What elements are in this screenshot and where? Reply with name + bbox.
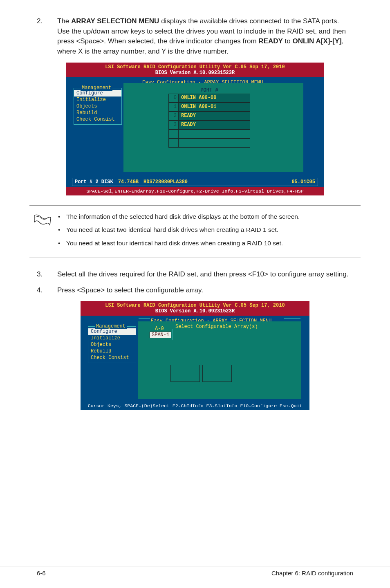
step2-mid2: to [283, 37, 293, 45]
small-boxes [170, 365, 232, 382]
raid1-title-main: LSI Software RAID Configuration Utility … [105, 64, 285, 70]
raid1-infobar: Port # 2 DISK 74.74GB HDS728080PLA380 05… [66, 175, 324, 187]
step-3-number: 3. [37, 269, 57, 280]
mgmt2-item-rebuild: Rebuild [88, 348, 136, 355]
dash2-left [139, 318, 150, 319]
port-val-0: ONLIN A00-00 [179, 94, 250, 102]
span-value: SPAN-1 [150, 332, 171, 338]
mgmt-menu-2: Management Configure Initialize Objects … [88, 326, 136, 363]
port-row-2: 2READY [168, 112, 250, 121]
step2-b2: READY [258, 37, 283, 45]
raid2-body: Easy Configuration - ARRAY SELECTION MEN… [81, 316, 309, 402]
raid1-hints: SPACE-Sel,ENTER-EndArray,F10-Configure,F… [66, 187, 324, 195]
mgmt-item-rebuild: Rebuild [74, 110, 121, 116]
raid1-body: Easy Configuration - ARRAY SELECTION MEN… [66, 77, 324, 175]
step-2-number: 2. [37, 16, 57, 57]
port-row-5 [168, 139, 250, 148]
info-port: Port # 2 DISK [75, 179, 113, 185]
mgmt-label-2: Management [95, 323, 127, 329]
port-idx-1: 1 [169, 103, 179, 111]
port-row-0: 0ONLIN A00-00 [168, 94, 250, 103]
footer-chapter: Chapter 6: RAID configuration [271, 570, 353, 577]
port-idx-4 [169, 130, 179, 138]
step2-b1: ARRAY SELECTION MENU [71, 17, 159, 25]
port-idx-5 [169, 139, 179, 147]
small-box-1 [170, 365, 200, 382]
mgmt2-item-initialize: Initialize [88, 335, 136, 341]
raid2-title: LSI Software RAID Configuration Utility … [81, 301, 309, 316]
step-2: 2. The ARRAY SELECTION MENU displays the… [37, 16, 353, 57]
info-size: 74.74GB [118, 179, 139, 185]
step-4-text: Press <Space> to select the configurable… [57, 285, 353, 296]
port-val-3: READY [179, 121, 250, 129]
span-a-label: A-0 [154, 326, 165, 332]
step-4: 4. Press <Space> to select the configura… [37, 285, 353, 296]
mgmt-item-initialize: Initialize [74, 97, 121, 103]
span-box: A-0 SPAN-1 [147, 329, 173, 340]
raid-screenshot-1: LSI Software RAID Configuration Utility … [66, 63, 324, 195]
port-idx-2: 2 [169, 112, 179, 120]
port-row-4 [168, 130, 250, 139]
mgmt-item-objects: Objects [74, 103, 121, 110]
mgmt2-item-configure: Configure [88, 328, 136, 335]
dash-right [281, 80, 299, 80]
port-val-2: READY [179, 112, 250, 120]
mgmt-item-checkconsist: Check Consist [74, 116, 121, 123]
dash2-right [284, 318, 300, 319]
note-1: The information of the selected hard dis… [56, 212, 361, 221]
raid1-title-sub: BIOS Version A.10.09231523R [155, 70, 235, 76]
mgmt-item-configure: Configure [74, 90, 121, 97]
note-block: The information of the selected hard dis… [29, 205, 361, 258]
note-2: You need at least two identical hard dis… [56, 225, 361, 234]
footer-page-num: 6-6 [37, 570, 46, 577]
raid2-title-main: LSI Software RAID Configuration Utility … [105, 303, 285, 308]
note-3: You need at least four identical hard di… [56, 239, 361, 248]
page-footer: 6-6 Chapter 6: RAID configuration [0, 566, 390, 577]
raid2-title-sub: BIOS Version A.10.09231523R [155, 308, 235, 314]
note-icon [29, 212, 56, 252]
note-list: The information of the selected hard dis… [56, 212, 361, 252]
port-column: PORT # 0ONLIN A00-00 1ONLIN A00-01 2READ… [168, 87, 250, 148]
mgmt2-item-checkconsist: Check Consist [88, 355, 136, 361]
step-3: 3. Select all the drives required for th… [37, 269, 353, 280]
mgmt2-item-objects: Objects [88, 341, 136, 348]
small-box-2 [202, 365, 232, 382]
raid-screenshot-2: LSI Software RAID Configuration Utility … [81, 301, 309, 410]
step2-b3: ONLIN A[X]-[Y] [292, 37, 341, 45]
port-idx-3: 3 [169, 121, 179, 129]
dash-left [128, 80, 143, 80]
port-idx-0: 0 [169, 94, 179, 102]
raid2-hints: Cursor Keys, SPACE-(De)Select F2-ChIdInf… [81, 402, 309, 410]
port-head: PORT # [168, 87, 250, 94]
mgmt-label: Management [81, 85, 112, 91]
raid1-title: LSI Software RAID Configuration Utility … [66, 63, 324, 77]
info-fw: 05.01C05 [291, 179, 315, 185]
step-4-number: 4. [37, 285, 57, 296]
raid2-sel-title: Select Configurable Array(s) [175, 324, 258, 330]
info-model: HDS728080PLA380 [143, 179, 188, 185]
step2-pre: The [57, 17, 71, 25]
step-3-text: Select all the drives required for the R… [57, 269, 353, 280]
step-2-body: The ARRAY SELECTION MENU displays the av… [57, 16, 353, 57]
port-val-1: ONLIN A00-01 [179, 103, 250, 111]
port-row-1: 1ONLIN A00-01 [168, 103, 250, 112]
port-val-4 [179, 130, 250, 138]
mgmt-menu: Management Configure Initialize Objects … [74, 88, 122, 125]
port-row-3: 3READY [168, 121, 250, 130]
port-val-5 [179, 139, 250, 147]
